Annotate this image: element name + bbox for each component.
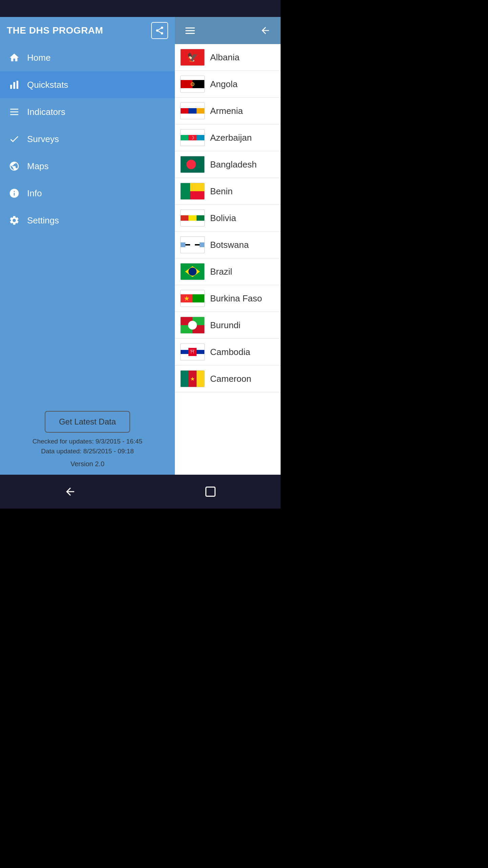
country-item[interactable]: Bolivia — [175, 205, 281, 232]
nav-menu: Home Quickstats — [0, 44, 175, 404]
home-nav-icon — [204, 486, 217, 498]
country-name: Brazil — [210, 267, 232, 277]
country-flag — [180, 263, 205, 280]
sidebar-header: THE DHS PROGRAM — [0, 17, 175, 44]
country-item[interactable]: Botswana — [175, 232, 281, 258]
country-flag — [180, 236, 205, 253]
footer-update-check: Checked for updates: 9/3/2015 - 16:45 Da… — [33, 437, 142, 456]
country-name: Armenia — [210, 106, 243, 116]
country-name: Botswana — [210, 240, 249, 250]
check-icon — [8, 133, 20, 145]
svg-rect-10 — [10, 114, 18, 115]
country-name: Burundi — [210, 320, 241, 331]
country-flag: ☽ — [180, 129, 205, 146]
svg-line-3 — [158, 31, 161, 33]
svg-rect-9 — [10, 112, 18, 113]
svg-rect-5 — [10, 85, 12, 89]
svg-rect-8 — [10, 109, 18, 110]
svg-line-4 — [158, 28, 161, 30]
country-flag — [180, 156, 205, 173]
country-item[interactable]: ☽Azerbaijan — [175, 124, 281, 151]
svg-point-2 — [161, 32, 163, 35]
country-item[interactable]: Bangladesh — [175, 151, 281, 178]
svg-point-0 — [161, 26, 163, 29]
sidebar-footer: Get Latest Data Checked for updates: 9/3… — [0, 404, 175, 475]
country-item[interactable]: ★Burkina Faso — [175, 285, 281, 312]
country-list: 🦅Albania⚙AngolaArmenia☽AzerbaijanBanglad… — [175, 44, 281, 475]
country-name: Cambodia — [210, 347, 250, 357]
nav-label-maps: Maps — [27, 161, 49, 172]
country-item[interactable]: Benin — [175, 178, 281, 205]
country-name: Albania — [210, 52, 240, 63]
app-title: THE DHS PROGRAM — [7, 25, 103, 36]
list-icon — [8, 106, 20, 118]
country-name: Bangladesh — [210, 159, 257, 170]
country-name: Bolivia — [210, 213, 236, 223]
country-name: Cameroon — [210, 374, 251, 384]
globe-icon — [8, 160, 20, 172]
country-item[interactable]: Armenia — [175, 98, 281, 124]
svg-rect-11 — [206, 487, 215, 496]
version-label: Version 2.0 — [70, 460, 104, 468]
country-name: Azerbaijan — [210, 133, 252, 143]
nav-item-quickstats[interactable]: Quickstats — [0, 71, 175, 98]
info-icon — [8, 187, 20, 199]
nav-item-indicators[interactable]: Indicators — [0, 98, 175, 125]
bottom-navigation — [0, 475, 281, 509]
nav-label-indicators: Indicators — [27, 107, 65, 117]
country-flag: ★ — [180, 290, 205, 307]
country-item[interactable]: ⚙Angola — [175, 71, 281, 98]
nav-label-quickstats: Quickstats — [27, 80, 68, 90]
bar-chart-icon — [8, 79, 20, 91]
country-flag: ⚙ — [180, 76, 205, 93]
status-bar — [0, 0, 281, 17]
nav-item-surveys[interactable]: Surveys — [0, 125, 175, 153]
country-flag — [180, 183, 205, 200]
country-item[interactable]: ⛩Cambodia — [175, 339, 281, 366]
svg-point-1 — [156, 29, 159, 32]
country-item[interactable]: Brazil — [175, 258, 281, 285]
svg-rect-7 — [17, 81, 18, 89]
nav-label-info: Info — [27, 188, 42, 199]
nav-label-home: Home — [27, 53, 50, 63]
get-latest-button[interactable]: Get Latest Data — [45, 411, 130, 433]
gear-icon — [8, 214, 20, 226]
nav-item-home[interactable]: Home — [0, 44, 175, 71]
nav-label-surveys: Surveys — [27, 134, 59, 144]
home-icon — [8, 52, 20, 64]
country-flag — [180, 102, 205, 119]
nav-item-maps[interactable]: Maps — [0, 153, 175, 180]
hamburger-icon — [185, 27, 195, 34]
country-flag: ★ — [180, 370, 205, 387]
country-flag: ⛩ — [180, 343, 205, 360]
back-nav-icon — [64, 486, 76, 498]
right-panel: 🦅Albania⚙AngolaArmenia☽AzerbaijanBanglad… — [175, 17, 281, 475]
home-nav-button[interactable] — [200, 481, 221, 502]
country-flag: 🦅 — [180, 49, 205, 66]
country-name: Burkina Faso — [210, 293, 262, 304]
country-name: Angola — [210, 79, 238, 90]
country-item[interactable]: Burundi — [175, 312, 281, 339]
country-flag — [180, 210, 205, 226]
country-flag — [180, 317, 205, 334]
country-name: Benin — [210, 186, 233, 197]
nav-item-settings[interactable]: Settings — [0, 207, 175, 234]
right-header — [175, 17, 281, 44]
country-item[interactable]: ★Cameroon — [175, 366, 281, 392]
back-arrow-icon — [260, 25, 271, 36]
share-icon — [155, 26, 164, 35]
sidebar: THE DHS PROGRAM Home — [0, 17, 175, 475]
nav-item-info[interactable]: Info — [0, 180, 175, 207]
hamburger-button[interactable] — [182, 22, 199, 39]
app-container: THE DHS PROGRAM Home — [0, 17, 281, 475]
nav-label-settings: Settings — [27, 215, 59, 226]
svg-rect-6 — [13, 82, 15, 89]
back-nav-button[interactable] — [60, 481, 80, 502]
country-item[interactable]: 🦅Albania — [175, 44, 281, 71]
share-button[interactable] — [151, 22, 168, 39]
back-button[interactable] — [257, 22, 274, 39]
